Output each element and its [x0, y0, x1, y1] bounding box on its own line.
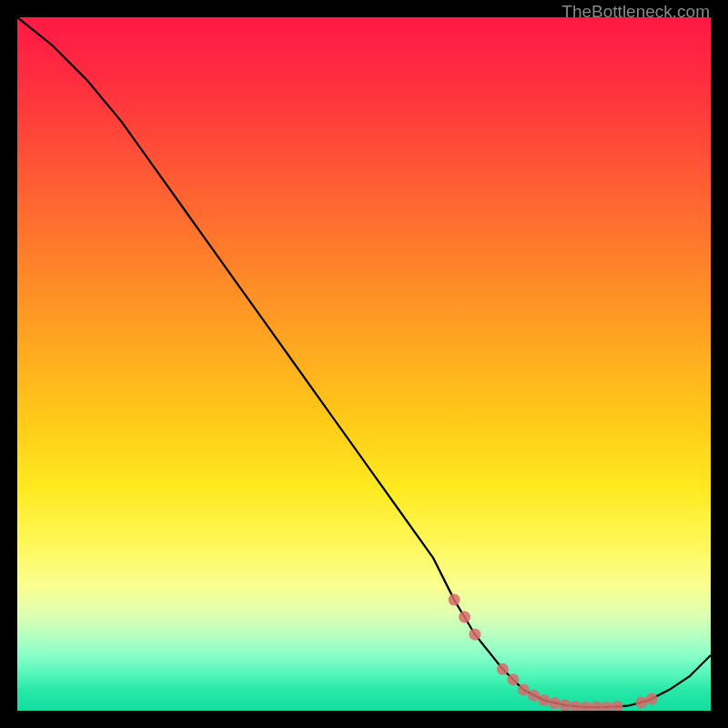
chart-container: TheBottleneck.com	[0, 0, 728, 728]
marker-point	[507, 673, 519, 685]
marker-point	[570, 701, 581, 711]
marker-point	[459, 612, 470, 623]
marker-point	[591, 701, 602, 711]
curve-svg	[17, 17, 711, 711]
marker-point	[560, 699, 571, 711]
marker-point	[580, 702, 592, 711]
marker-point	[449, 594, 460, 606]
marker-point	[518, 684, 530, 696]
marker-point	[635, 696, 647, 708]
marker-group	[449, 594, 658, 711]
bottleneck-curve	[17, 17, 711, 707]
marker-point	[528, 690, 540, 702]
plot-area	[17, 17, 711, 711]
marker-point	[612, 701, 623, 711]
marker-point	[601, 702, 612, 711]
attribution-text: TheBottleneck.com	[561, 2, 710, 22]
marker-point	[469, 629, 480, 641]
curve-line-group	[17, 17, 711, 707]
marker-point	[646, 693, 658, 705]
marker-point	[497, 663, 509, 675]
marker-point	[549, 697, 561, 709]
marker-point	[539, 694, 551, 706]
